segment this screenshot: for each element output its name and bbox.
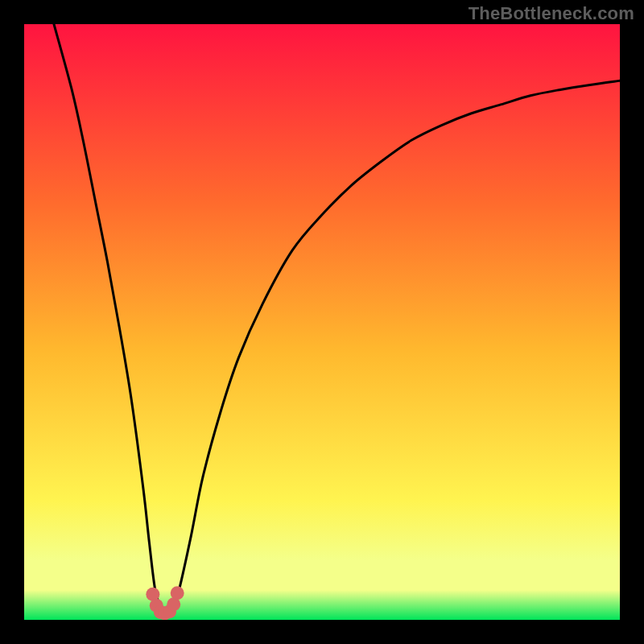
marker-dot (171, 586, 184, 600)
plot-area (24, 24, 620, 620)
chart-svg (24, 24, 620, 620)
outer-frame: TheBottleneck.com (0, 0, 644, 644)
watermark-text: TheBottleneck.com (469, 3, 634, 24)
gradient-background (24, 24, 620, 620)
